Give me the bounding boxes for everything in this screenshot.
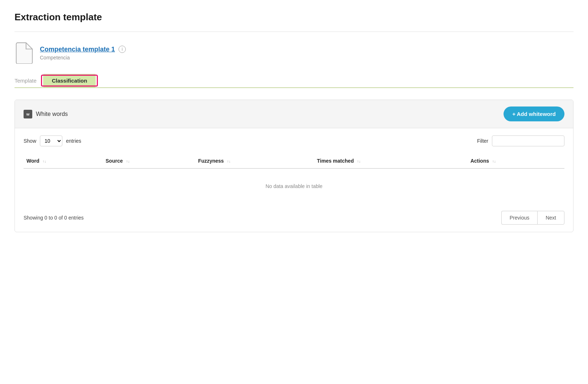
col-source-label: Source [105,158,123,164]
table-controls: Show 10 25 50 100 entries Filter [15,128,573,154]
no-data-message: No data available in table [24,168,564,204]
showing-text: Showing 0 to 0 of 0 entries [24,215,84,221]
col-times-matched-label: Times matched [317,158,354,164]
entries-label: entries [66,138,81,144]
show-label: Show [24,138,36,144]
filter-input[interactable] [492,135,564,146]
sort-times-matched-icon[interactable]: ↑↓ [357,159,361,163]
table-wrapper: Word ↑↓ Source ↑↓ Fuzzyness ↑↓ Times m [15,154,573,204]
col-fuzzyness-label: Fuzzyness [198,158,224,164]
filter-row: Filter [477,135,564,146]
section-title: w White words [24,110,68,118]
section-header: w White words + Add whiteword [15,100,573,128]
sort-fuzzyness-icon[interactable]: ↑↓ [227,159,231,163]
col-times-matched[interactable]: Times matched ↑↓ [314,154,467,168]
show-entries-control: Show 10 25 50 100 entries [24,135,81,146]
tabs-row: Template Classification [15,74,573,88]
template-name-link[interactable]: Competencia template 1 [40,46,115,53]
tab-classification[interactable]: Classification [43,74,96,87]
white-words-section: w White words + Add whiteword Show 10 25… [15,100,573,232]
info-icon[interactable]: i [119,46,126,53]
col-actions-label: Actions [471,158,489,164]
tab-classification-wrapper: Classification [43,78,96,84]
col-actions[interactable]: Actions ↑↓ [468,154,564,168]
col-word-label: Word [26,158,40,164]
col-word[interactable]: Word ↑↓ [24,154,103,168]
file-icon [15,42,33,64]
table-head: Word ↑↓ Source ↑↓ Fuzzyness ↑↓ Times m [24,154,564,168]
col-source[interactable]: Source ↑↓ [103,154,195,168]
table-body: No data available in table [24,168,564,204]
white-words-table: Word ↑↓ Source ↑↓ Fuzzyness ↑↓ Times m [24,154,564,204]
add-whiteword-button[interactable]: + Add whiteword [504,107,564,121]
table-footer: Showing 0 to 0 of 0 entries Previous Nex… [15,204,573,232]
previous-button[interactable]: Previous [501,211,537,225]
w-icon: w [24,110,32,118]
section-title-text: White words [36,111,68,117]
template-subtitle: Competencia [40,55,126,60]
divider [15,32,573,32]
page-title: Extraction template [15,12,573,23]
tab-template[interactable]: Template [15,74,43,87]
table-header-row: Word ↑↓ Source ↑↓ Fuzzyness ↑↓ Times m [24,154,564,168]
col-fuzzyness[interactable]: Fuzzyness ↑↓ [195,154,314,168]
filter-label: Filter [477,138,488,144]
template-name-row: Competencia template 1 i [40,46,126,53]
entries-select[interactable]: 10 25 50 100 [40,135,62,146]
sort-actions-icon[interactable]: ↑↓ [492,159,496,163]
sort-source-icon[interactable]: ↑↓ [126,159,130,163]
no-data-row: No data available in table [24,168,564,204]
next-button[interactable]: Next [537,211,564,225]
pagination: Previous Next [501,211,564,225]
template-info: Competencia template 1 i Competencia [40,46,126,60]
sort-word-icon[interactable]: ↑↓ [42,159,46,163]
template-header: Competencia template 1 i Competencia [15,42,573,64]
